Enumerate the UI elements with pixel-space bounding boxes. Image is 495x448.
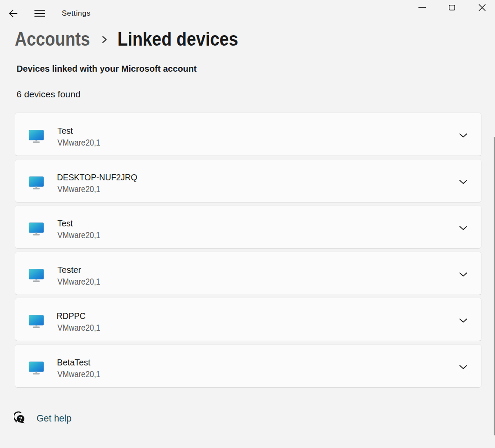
svg-text:?: ? [19, 416, 22, 422]
